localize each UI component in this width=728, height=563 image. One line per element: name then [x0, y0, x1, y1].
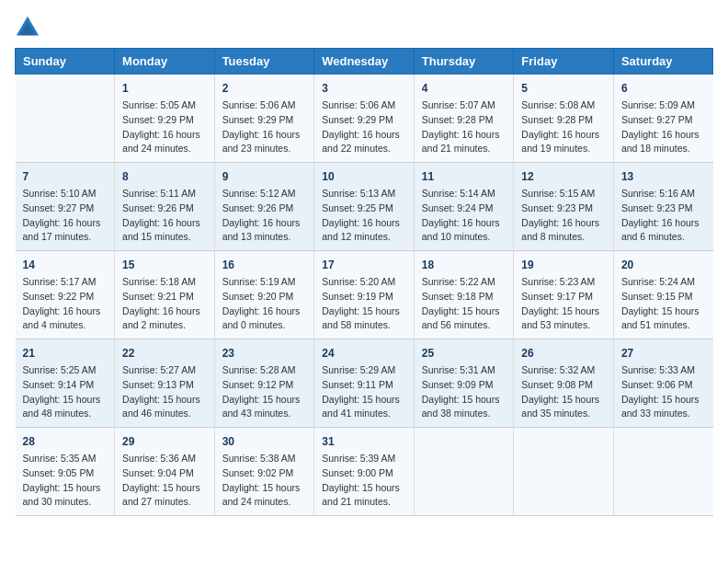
day-number: 20 — [621, 257, 706, 273]
column-header-wednesday: Wednesday — [314, 49, 415, 75]
calendar-cell: 2Sunrise: 5:06 AM Sunset: 9:29 PM Daylig… — [214, 75, 314, 163]
calendar-header-row: SundayMondayTuesdayWednesdayThursdayFrid… — [16, 49, 713, 75]
day-number: 21 — [23, 345, 108, 362]
logo-icon — [15, 15, 40, 40]
day-info: Sunrise: 5:11 AM Sunset: 9:26 PM Dayligh… — [122, 187, 207, 245]
column-header-tuesday: Tuesday — [214, 49, 314, 75]
day-info: Sunrise: 5:17 AM Sunset: 9:22 PM Dayligh… — [23, 275, 108, 333]
week-row-1: 1Sunrise: 5:05 AM Sunset: 9:29 PM Daylig… — [16, 75, 713, 163]
page-header — [15, 15, 713, 40]
day-info: Sunrise: 5:14 AM Sunset: 9:24 PM Dayligh… — [422, 187, 506, 245]
calendar-cell: 15Sunrise: 5:18 AM Sunset: 9:21 PM Dayli… — [115, 251, 215, 339]
day-number: 14 — [23, 257, 108, 273]
day-number: 29 — [122, 433, 207, 450]
day-info: Sunrise: 5:23 AM Sunset: 9:17 PM Dayligh… — [521, 275, 606, 333]
calendar-cell: 30Sunrise: 5:38 AM Sunset: 9:02 PM Dayli… — [214, 428, 314, 516]
calendar-cell: 9Sunrise: 5:12 AM Sunset: 9:26 PM Daylig… — [214, 163, 314, 251]
calendar-cell: 24Sunrise: 5:29 AM Sunset: 9:11 PM Dayli… — [314, 339, 415, 428]
day-number: 9 — [222, 168, 307, 185]
day-info: Sunrise: 5:13 AM Sunset: 9:25 PM Dayligh… — [322, 187, 406, 245]
calendar-cell: 12Sunrise: 5:15 AM Sunset: 9:23 PM Dayli… — [514, 163, 614, 251]
calendar-cell: 16Sunrise: 5:19 AM Sunset: 9:20 PM Dayli… — [214, 251, 314, 339]
day-info: Sunrise: 5:15 AM Sunset: 9:23 PM Dayligh… — [521, 187, 606, 245]
day-info: Sunrise: 5:05 AM Sunset: 9:29 PM Dayligh… — [122, 98, 207, 156]
day-info: Sunrise: 5:19 AM Sunset: 9:20 PM Dayligh… — [222, 275, 307, 333]
calendar-cell: 10Sunrise: 5:13 AM Sunset: 9:25 PM Dayli… — [314, 163, 415, 251]
day-info: Sunrise: 5:24 AM Sunset: 9:15 PM Dayligh… — [621, 275, 706, 333]
calendar-cell: 11Sunrise: 5:14 AM Sunset: 9:24 PM Dayli… — [414, 163, 514, 251]
day-info: Sunrise: 5:32 AM Sunset: 9:08 PM Dayligh… — [521, 363, 606, 421]
column-header-monday: Monday — [115, 49, 215, 75]
day-number: 28 — [23, 433, 108, 450]
day-number: 3 — [322, 80, 406, 97]
calendar-cell: 17Sunrise: 5:20 AM Sunset: 9:19 PM Dayli… — [314, 251, 415, 339]
calendar-cell: 28Sunrise: 5:35 AM Sunset: 9:05 PM Dayli… — [16, 428, 115, 516]
day-number: 2 — [222, 80, 307, 97]
calendar-cell: 23Sunrise: 5:28 AM Sunset: 9:12 PM Dayli… — [214, 339, 314, 428]
calendar-cell: 27Sunrise: 5:33 AM Sunset: 9:06 PM Dayli… — [613, 339, 712, 428]
day-number: 18 — [422, 257, 506, 273]
column-header-thursday: Thursday — [414, 49, 514, 75]
day-number: 31 — [322, 433, 406, 450]
calendar-cell: 6Sunrise: 5:09 AM Sunset: 9:27 PM Daylig… — [613, 75, 712, 163]
day-info: Sunrise: 5:22 AM Sunset: 9:18 PM Dayligh… — [422, 275, 506, 333]
calendar-cell: 1Sunrise: 5:05 AM Sunset: 9:29 PM Daylig… — [115, 75, 215, 163]
calendar-cell: 18Sunrise: 5:22 AM Sunset: 9:18 PM Dayli… — [414, 251, 514, 339]
week-row-2: 7Sunrise: 5:10 AM Sunset: 9:27 PM Daylig… — [16, 163, 713, 251]
calendar-cell: 19Sunrise: 5:23 AM Sunset: 9:17 PM Dayli… — [514, 251, 614, 339]
day-number: 4 — [422, 80, 506, 97]
calendar-cell: 25Sunrise: 5:31 AM Sunset: 9:09 PM Dayli… — [414, 339, 514, 428]
day-info: Sunrise: 5:07 AM Sunset: 9:28 PM Dayligh… — [422, 98, 506, 156]
calendar-cell: 29Sunrise: 5:36 AM Sunset: 9:04 PM Dayli… — [115, 428, 215, 516]
day-info: Sunrise: 5:12 AM Sunset: 9:26 PM Dayligh… — [222, 187, 307, 245]
calendar-cell — [514, 428, 614, 516]
day-info: Sunrise: 5:39 AM Sunset: 9:00 PM Dayligh… — [322, 452, 406, 510]
day-number: 5 — [521, 80, 606, 97]
day-number: 22 — [122, 345, 207, 362]
calendar-cell: 4Sunrise: 5:07 AM Sunset: 9:28 PM Daylig… — [414, 75, 514, 163]
day-number: 16 — [222, 257, 307, 273]
day-info: Sunrise: 5:09 AM Sunset: 9:27 PM Dayligh… — [621, 98, 706, 156]
day-info: Sunrise: 5:36 AM Sunset: 9:04 PM Dayligh… — [122, 452, 207, 510]
day-info: Sunrise: 5:29 AM Sunset: 9:11 PM Dayligh… — [322, 363, 406, 421]
day-info: Sunrise: 5:06 AM Sunset: 9:29 PM Dayligh… — [322, 98, 406, 156]
day-number: 7 — [23, 168, 108, 185]
day-info: Sunrise: 5:18 AM Sunset: 9:21 PM Dayligh… — [122, 275, 207, 333]
logo — [15, 15, 44, 40]
calendar-cell: 5Sunrise: 5:08 AM Sunset: 9:28 PM Daylig… — [514, 75, 614, 163]
day-info: Sunrise: 5:27 AM Sunset: 9:13 PM Dayligh… — [122, 363, 207, 421]
day-number: 10 — [322, 168, 406, 185]
day-number: 17 — [322, 257, 406, 273]
calendar-cell: 22Sunrise: 5:27 AM Sunset: 9:13 PM Dayli… — [115, 339, 215, 428]
day-number: 19 — [521, 257, 606, 273]
day-info: Sunrise: 5:06 AM Sunset: 9:29 PM Dayligh… — [222, 98, 307, 156]
day-number: 1 — [122, 80, 207, 97]
day-number: 8 — [122, 168, 207, 185]
day-info: Sunrise: 5:08 AM Sunset: 9:28 PM Dayligh… — [521, 98, 606, 156]
calendar-cell — [16, 75, 115, 163]
calendar-cell: 8Sunrise: 5:11 AM Sunset: 9:26 PM Daylig… — [115, 163, 215, 251]
day-info: Sunrise: 5:28 AM Sunset: 9:12 PM Dayligh… — [222, 363, 307, 421]
day-info: Sunrise: 5:16 AM Sunset: 9:23 PM Dayligh… — [621, 187, 706, 245]
day-number: 11 — [422, 168, 506, 185]
calendar-cell: 3Sunrise: 5:06 AM Sunset: 9:29 PM Daylig… — [314, 75, 415, 163]
calendar-cell — [613, 428, 712, 516]
calendar-cell: 14Sunrise: 5:17 AM Sunset: 9:22 PM Dayli… — [16, 251, 115, 339]
day-number: 24 — [322, 345, 406, 362]
day-number: 26 — [521, 345, 606, 362]
calendar-cell: 20Sunrise: 5:24 AM Sunset: 9:15 PM Dayli… — [613, 251, 712, 339]
week-row-3: 14Sunrise: 5:17 AM Sunset: 9:22 PM Dayli… — [16, 251, 713, 339]
day-number: 15 — [122, 257, 207, 273]
day-info: Sunrise: 5:35 AM Sunset: 9:05 PM Dayligh… — [23, 452, 108, 510]
week-row-5: 28Sunrise: 5:35 AM Sunset: 9:05 PM Dayli… — [16, 428, 713, 516]
day-info: Sunrise: 5:31 AM Sunset: 9:09 PM Dayligh… — [422, 363, 506, 421]
calendar-cell: 13Sunrise: 5:16 AM Sunset: 9:23 PM Dayli… — [613, 163, 712, 251]
day-number: 23 — [222, 345, 307, 362]
column-header-sunday: Sunday — [16, 49, 115, 75]
calendar-cell: 7Sunrise: 5:10 AM Sunset: 9:27 PM Daylig… — [16, 163, 115, 251]
day-info: Sunrise: 5:20 AM Sunset: 9:19 PM Dayligh… — [322, 275, 406, 333]
day-number: 6 — [621, 80, 706, 97]
calendar-cell: 31Sunrise: 5:39 AM Sunset: 9:00 PM Dayli… — [314, 428, 415, 516]
column-header-friday: Friday — [514, 49, 614, 75]
day-number: 30 — [222, 433, 307, 450]
